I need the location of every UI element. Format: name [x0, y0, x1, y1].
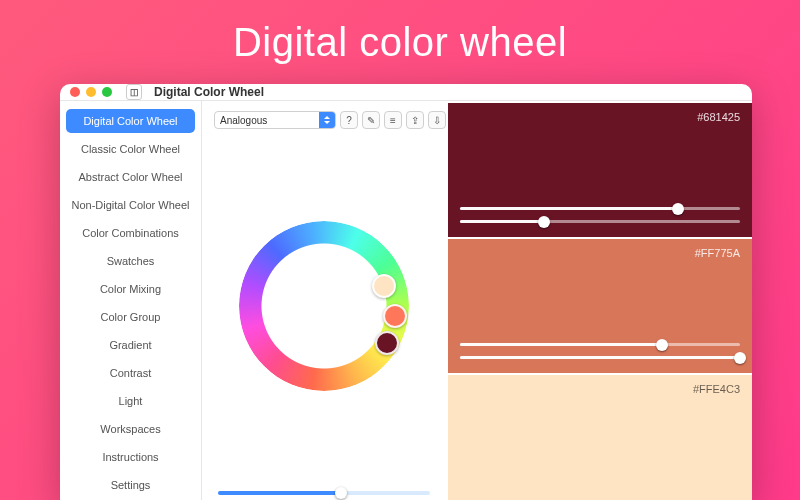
export-icon[interactable]: ⇪: [406, 111, 424, 129]
chevron-updown-icon[interactable]: [319, 112, 335, 128]
list-icon[interactable]: ≡: [384, 111, 402, 129]
sidebar-item-non-digital-color-wheel[interactable]: Non-Digital Color Wheel: [66, 193, 195, 217]
sidebar-item-digital-color-wheel[interactable]: Digital Color Wheel: [66, 109, 195, 133]
wheel-node-2[interactable]: [375, 331, 399, 355]
edit-icon[interactable]: ✎: [362, 111, 380, 129]
sidebar-item-color-mixing[interactable]: Color Mixing: [66, 277, 195, 301]
sidebar-item-light[interactable]: Light: [66, 389, 195, 413]
window-title: Digital Color Wheel: [154, 85, 264, 99]
center-toolbar: Analogous ?✎≡⇪⇩: [214, 111, 434, 129]
swatch-hex-label: #FF775A: [695, 247, 740, 259]
swatch-slider-0[interactable]: [460, 343, 740, 346]
zoom-icon[interactable]: [102, 87, 112, 97]
center-panel: Analogous ?✎≡⇪⇩: [202, 101, 446, 500]
swatch-slider-0[interactable]: [460, 207, 740, 210]
titlebar: ◫ Digital Color Wheel: [60, 84, 752, 101]
color-wheel-area: [214, 129, 434, 483]
sidebar-item-color-group[interactable]: Color Group: [66, 305, 195, 329]
slider-thumb[interactable]: [672, 203, 684, 215]
minimize-icon[interactable]: [86, 87, 96, 97]
hero-title: Digital color wheel: [0, 20, 800, 65]
harmony-select[interactable]: Analogous: [214, 111, 336, 129]
sidebar-item-instructions[interactable]: Instructions: [66, 445, 195, 469]
import-icon[interactable]: ⇩: [428, 111, 446, 129]
sidebar-item-workspaces[interactable]: Workspaces: [66, 417, 195, 441]
swatch-hex-label: #FFE4C3: [693, 383, 740, 395]
sidebar-item-color-combinations[interactable]: Color Combinations: [66, 221, 195, 245]
swatch-slider-1[interactable]: [460, 356, 740, 359]
slider-thumb[interactable]: [335, 487, 347, 499]
sidebar-item-contrast[interactable]: Contrast: [66, 361, 195, 385]
brightness-slider[interactable]: [218, 491, 430, 495]
close-icon[interactable]: [70, 87, 80, 97]
wheel-node-1[interactable]: [383, 304, 407, 328]
sidebar-item-abstract-color-wheel[interactable]: Abstract Color Wheel: [66, 165, 195, 189]
color-wheel-nodes: [239, 221, 409, 391]
sidebar-item-swatches[interactable]: Swatches: [66, 249, 195, 273]
help-icon[interactable]: ?: [340, 111, 358, 129]
sidebar-item-gradient[interactable]: Gradient: [66, 333, 195, 357]
window-controls: [70, 87, 112, 97]
sidebar-toggle-icon[interactable]: ◫: [126, 84, 142, 100]
sidebar-item-classic-color-wheel[interactable]: Classic Color Wheel: [66, 137, 195, 161]
sidebar-item-settings[interactable]: Settings: [66, 473, 195, 497]
swatch-1[interactable]: #FF775A: [448, 239, 752, 373]
slider-thumb[interactable]: [538, 216, 550, 228]
palette-panel: #681425#FF775A#FFE4C3: [446, 101, 752, 500]
swatch-0[interactable]: #681425: [448, 103, 752, 237]
app-window: ◫ Digital Color Wheel Digital Color Whee…: [60, 84, 752, 500]
swatch-slider-1[interactable]: [460, 220, 740, 223]
harmony-select-value: Analogous: [220, 115, 267, 126]
slider-thumb[interactable]: [656, 339, 668, 351]
wheel-node-0[interactable]: [372, 274, 396, 298]
swatch-2[interactable]: #FFE4C3: [448, 375, 752, 500]
slider-thumb[interactable]: [734, 352, 746, 364]
swatch-hex-label: #681425: [697, 111, 740, 123]
sidebar: Digital Color WheelClassic Color WheelAb…: [60, 101, 202, 500]
